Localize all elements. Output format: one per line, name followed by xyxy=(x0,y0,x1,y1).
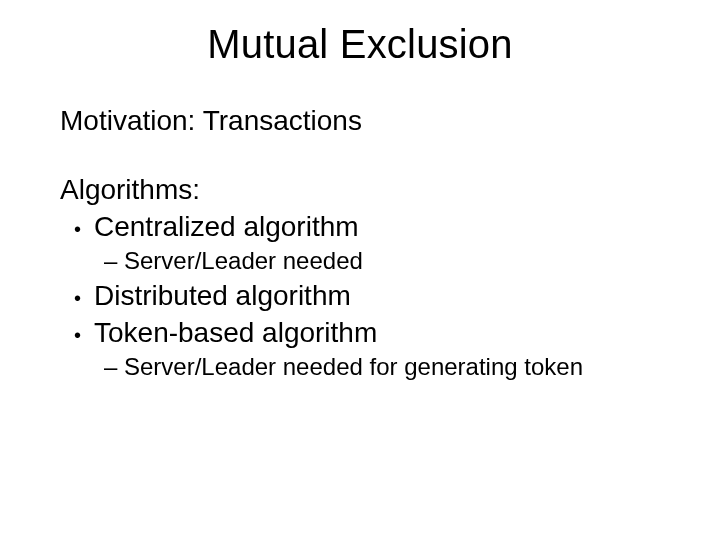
dash-icon xyxy=(60,352,124,382)
subbullet-server-leader-token: Server/Leader needed for generating toke… xyxy=(60,352,660,382)
dash-icon xyxy=(60,246,124,276)
bullet-label: Token-based algorithm xyxy=(94,315,660,350)
subbullet-server-leader: Server/Leader needed xyxy=(60,246,660,276)
motivation-line: Motivation: Transactions xyxy=(60,103,660,138)
subbullet-label: Server/Leader needed for generating toke… xyxy=(124,352,660,382)
bullet-icon xyxy=(60,209,94,244)
subbullet-label: Server/Leader needed xyxy=(124,246,660,276)
slide-title: Mutual Exclusion xyxy=(60,22,660,67)
bullet-label: Centralized algorithm xyxy=(94,209,660,244)
algorithms-heading: Algorithms: xyxy=(60,172,660,207)
bullet-icon xyxy=(60,315,94,350)
bullet-label: Distributed algorithm xyxy=(94,278,660,313)
bullet-token-based: Token-based algorithm xyxy=(60,315,660,350)
bullet-centralized: Centralized algorithm xyxy=(60,209,660,244)
bullet-distributed: Distributed algorithm xyxy=(60,278,660,313)
bullet-icon xyxy=(60,278,94,313)
slide: Mutual Exclusion Motivation: Transaction… xyxy=(0,0,720,540)
